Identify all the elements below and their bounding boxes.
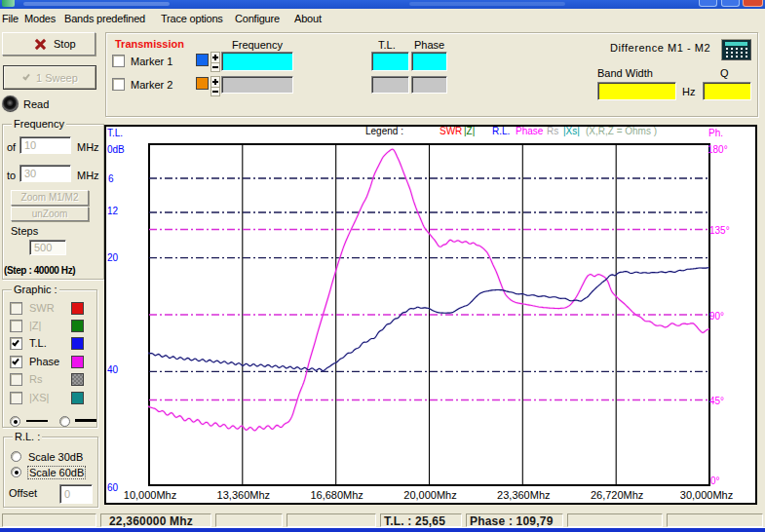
svg-text:90°: 90° xyxy=(709,311,724,322)
svg-text:SWR: SWR xyxy=(440,126,462,136)
svg-text:|Z|: |Z| xyxy=(464,126,475,136)
svg-text:135°: 135° xyxy=(709,225,730,236)
svg-text:16,680Mhz: 16,680Mhz xyxy=(310,489,363,501)
svg-text:(X,R,Z = Ohms ): (X,R,Z = Ohms ) xyxy=(586,126,657,136)
svg-text:20: 20 xyxy=(107,252,119,263)
svg-text:23,360Mhz: 23,360Mhz xyxy=(497,489,550,501)
svg-text:13,360Mhz: 13,360Mhz xyxy=(217,489,270,501)
svg-text:45°: 45° xyxy=(709,396,724,406)
svg-text:0°: 0° xyxy=(710,475,720,486)
svg-text:10,000Mhz: 10,000Mhz xyxy=(124,489,176,501)
svg-text:R.L.: R.L. xyxy=(492,126,510,136)
svg-text:26,720Mhz: 26,720Mhz xyxy=(591,489,643,501)
svg-text:Ph.: Ph. xyxy=(708,128,723,138)
svg-text:180°: 180° xyxy=(708,144,728,155)
svg-text:|Xs|: |Xs| xyxy=(563,126,580,136)
svg-text:Legend :: Legend : xyxy=(365,126,403,136)
svg-text:20,000Mhz: 20,000Mhz xyxy=(403,489,456,501)
svg-text:30,000Mhz: 30,000Mhz xyxy=(680,489,733,501)
svg-text:40: 40 xyxy=(107,364,119,375)
svg-text:T.L.: T.L. xyxy=(107,128,123,138)
svg-text:0dB: 0dB xyxy=(107,144,125,155)
svg-text:Rs: Rs xyxy=(547,126,558,136)
svg-text:12: 12 xyxy=(107,206,119,216)
svg-text:60: 60 xyxy=(107,482,119,493)
svg-text:6: 6 xyxy=(108,173,114,184)
svg-text:Phase: Phase xyxy=(516,126,544,136)
